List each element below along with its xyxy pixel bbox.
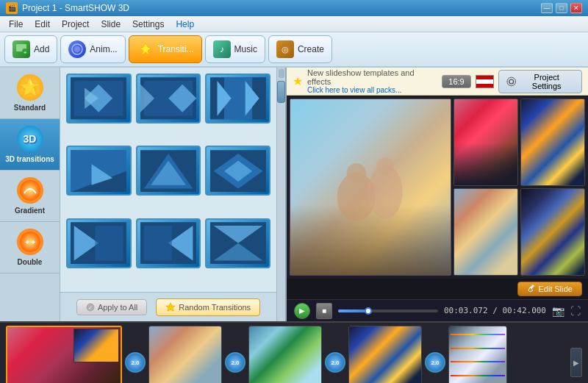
create-icon: ◎ (276, 40, 294, 58)
close-button[interactable]: ✕ (570, 3, 582, 13)
transition-2[interactable]: 2.0 (225, 352, 245, 373)
transition-item-4[interactable] (66, 146, 132, 196)
svg-rect-34 (96, 226, 123, 261)
svg-text:+: + (24, 49, 27, 56)
apply-icon: ✓ (86, 303, 95, 312)
progress-fill (338, 309, 368, 312)
apply-to-all-button[interactable]: ✓ Apply to All (76, 299, 147, 315)
camera-icon[interactable]: 📷 (552, 305, 564, 317)
edit-slide-button[interactable]: Edit Slide (517, 282, 582, 296)
menu-edit[interactable]: Edit (29, 18, 56, 31)
ratio-button[interactable]: 16:9 (442, 75, 470, 88)
left-panel: ⭐ Standard 3D 3D transitions Gradient (0, 68, 287, 321)
progress-bar[interactable] (338, 309, 438, 312)
category-double[interactable]: ✦✦ Double (0, 222, 60, 273)
title-bar: 🎬 Project 1 - SmartSHOW 3D — □ ✕ (0, 0, 588, 16)
pencil-icon (527, 284, 536, 293)
category-3d[interactable]: 3D 3D transitions (0, 119, 60, 171)
menu-slide[interactable]: Slide (95, 18, 126, 31)
maximize-button[interactable]: □ (556, 3, 567, 13)
slide-item-5[interactable]: 5 (448, 326, 507, 383)
standard-icon: ⭐ (17, 74, 43, 101)
app-icon: 🎬 (6, 2, 18, 14)
create-label: Create (298, 44, 324, 54)
gradient-label: Gradient (15, 207, 45, 215)
add-button[interactable]: + Add (4, 35, 57, 63)
playback-bar: ▶ ■ 00:03.072 / 00:42.000 📷 ⛶ (287, 299, 588, 321)
3d-icon: 3D (17, 126, 43, 152)
create-button[interactable]: ◎ Create (268, 35, 332, 63)
menu-project[interactable]: Project (56, 18, 95, 31)
animate-button[interactable]: Anim... (60, 35, 125, 63)
transition-item-3[interactable] (205, 74, 270, 124)
svg-point-48 (346, 163, 365, 182)
apply-to-all-label: Apply to All (98, 303, 137, 312)
flag-icon (476, 75, 494, 88)
svg-point-49 (376, 157, 394, 175)
toolbar: + Add Anim... Transiti... ♪ Music ◎ Crea… (0, 32, 588, 68)
transition-1[interactable]: 2.0 (125, 352, 146, 373)
window-controls[interactable]: — □ ✕ (541, 3, 582, 13)
preview-thumb-1 (453, 99, 518, 186)
transition-item-6[interactable] (205, 146, 270, 196)
transition-button[interactable]: Transiti... (129, 35, 202, 63)
animate-icon (68, 40, 86, 58)
slide-item-3[interactable]: 3 ✏ ▶ 7.0 (248, 326, 322, 383)
menu-settings[interactable]: Settings (126, 18, 170, 31)
add-label: Add (34, 44, 49, 54)
random-transitions-button[interactable]: Random Transitions (156, 298, 260, 316)
transition-controls: ✓ Apply to All Random Transitions (60, 292, 276, 321)
transition-3[interactable]: 2.0 (325, 352, 345, 373)
transition-item-8[interactable] (136, 218, 201, 268)
time-display: 00:03.072 / 00:42.000 (444, 306, 546, 315)
svg-point-8 (20, 180, 40, 201)
transition-item-9[interactable] (205, 218, 270, 268)
expand-icon[interactable]: ⛶ (570, 305, 581, 317)
menu-help[interactable]: Help (170, 18, 200, 31)
music-label: Music (234, 44, 257, 54)
svg-rect-37 (144, 226, 172, 261)
transition-item-1[interactable] (66, 74, 132, 124)
svg-text:◎: ◎ (282, 45, 289, 54)
main-preview (290, 99, 451, 276)
stop-button[interactable]: ■ (316, 303, 332, 319)
transition-item-7[interactable] (66, 218, 132, 268)
transitions-scrollbar[interactable] (276, 68, 285, 321)
trans-val-3: 2.0 (331, 359, 339, 366)
animate-label: Anim... (90, 44, 117, 54)
scroll-right-button[interactable]: ▶ (570, 348, 582, 377)
slide-item-4[interactable]: 4 ✏ ▶ 7.0 (348, 326, 422, 383)
category-gradient[interactable]: Gradient (0, 171, 60, 222)
svg-text:♪: ♪ (220, 44, 224, 54)
slide-item-1[interactable]: 1 ✏ ♪ ▶ 17.0 (6, 326, 122, 383)
double-label: Double (18, 258, 43, 266)
svg-marker-4 (140, 43, 151, 55)
play-button[interactable]: ▶ (294, 303, 310, 319)
slide-item-2[interactable]: 2 ✏ ▶ 7.0 (148, 326, 222, 383)
timeline-area: 1 ✏ ♪ ▶ 17.0 2.0 2 ✏ ▶ (0, 321, 588, 383)
transition-item-2[interactable] (136, 74, 201, 124)
transition-4[interactable]: 2.0 (425, 352, 445, 373)
notification-link[interactable]: Click here to view all packs... (307, 86, 437, 94)
music-button[interactable]: ♪ Music (205, 35, 265, 63)
project-settings-button[interactable]: Project Settings (498, 70, 582, 93)
trans-val-1: 2.0 (131, 359, 139, 366)
svg-point-45 (507, 77, 516, 86)
edit-slide-label: Edit Slide (539, 284, 573, 293)
transitions-area: ✓ Apply to All Random Transitions (60, 68, 276, 321)
storyboard-content: 1 ✏ ♪ ▶ 17.0 2.0 2 ✏ ▶ (0, 323, 588, 383)
trans-val-2: 2.0 (231, 359, 239, 366)
app-title: Project 1 - SmartSHOW 3D (22, 3, 129, 13)
transition-item-5[interactable] (136, 146, 201, 196)
progress-handle[interactable] (365, 307, 372, 315)
minimize-button[interactable]: — (541, 3, 553, 13)
svg-marker-43 (166, 303, 175, 311)
category-standard[interactable]: ⭐ Standard (0, 68, 60, 119)
menu-file[interactable]: File (3, 18, 29, 31)
random-transitions-label: Random Transitions (179, 303, 251, 312)
right-panel: ★ New slideshow templates and effects Cl… (287, 68, 588, 321)
preview-thumb-2 (520, 99, 585, 186)
standard-label: Standard (14, 104, 46, 112)
scrollbar-thumb[interactable] (277, 81, 285, 103)
add-icon: + (12, 40, 30, 58)
